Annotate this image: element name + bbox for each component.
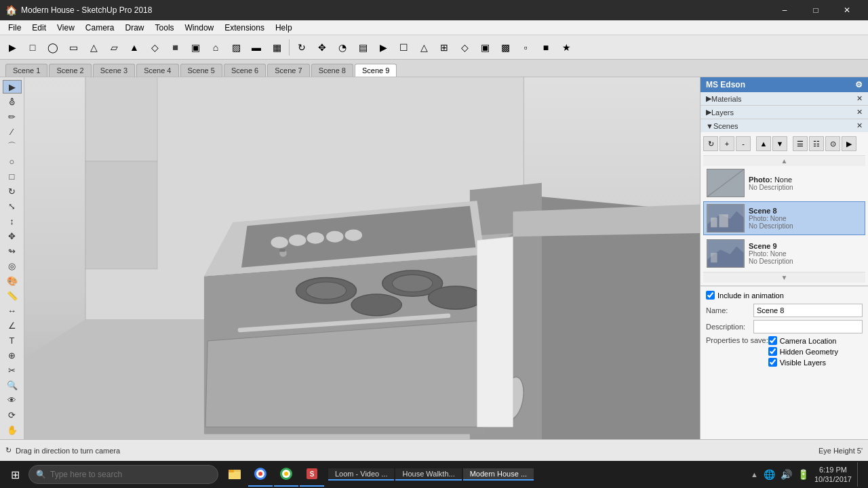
tab-scene3[interactable]: Scene 3 — [93, 64, 135, 77]
taskbar-search-box[interactable]: 🔍 — [28, 465, 218, 484]
scenes-section-header[interactable]: ▼ Scenes ✕ — [701, 119, 868, 132]
style-btn[interactable]: ■ — [536, 38, 555, 57]
pan-btn[interactable]: ✥ — [313, 38, 332, 57]
scene-item-photo[interactable]: Photo: None No Description — [703, 166, 865, 200]
visible-layers-label[interactable]: Visible Layers — [780, 359, 826, 367]
scene-item-8[interactable]: Scene 8 Photo: None No Description — [703, 201, 865, 235]
taskbar-search-input[interactable] — [50, 470, 186, 479]
tab-scene9[interactable]: Scene 9 — [355, 64, 397, 77]
pan2-btn[interactable]: ✋ — [3, 423, 22, 436]
walkthru-btn[interactable]: 👁 — [3, 393, 22, 407]
menu-window[interactable]: Window — [180, 22, 220, 34]
scene-down-btn[interactable]: ▼ — [772, 136, 787, 151]
panel-options-icon[interactable]: ⚙ — [855, 80, 863, 89]
pencil-btn[interactable]: ✏ — [3, 110, 22, 123]
top-btn[interactable]: ▣ — [475, 38, 494, 57]
menu-help[interactable]: Help — [270, 22, 298, 34]
lookaround-btn[interactable]: ☐ — [394, 38, 413, 57]
menu-extensions[interactable]: Extensions — [219, 22, 270, 34]
menu-view[interactable]: View — [52, 22, 80, 34]
walk-btn[interactable]: ▶ — [374, 38, 393, 57]
scroll-down-arrow[interactable]: ▼ — [703, 272, 865, 283]
menu-draw[interactable]: Draw — [120, 22, 150, 34]
taskbar-house-btn[interactable]: House Walkth... — [395, 468, 461, 481]
stairs-btn[interactable]: ▬ — [247, 38, 266, 57]
axis-btn[interactable]: ⊕ — [3, 348, 22, 362]
taskbar-loom-btn[interactable]: Loom - Video ... — [328, 468, 394, 481]
zoom2-btn[interactable]: 🔍 — [3, 378, 22, 392]
window-btn[interactable]: ▦ — [267, 38, 286, 57]
materials-section-header[interactable]: ▶ Materials ✕ — [701, 92, 868, 105]
tab-scene5[interactable]: Scene 5 — [180, 64, 222, 77]
tape-btn[interactable]: 📏 — [3, 289, 22, 302]
show-desktop[interactable] — [857, 462, 860, 487]
hidden-geometry-checkbox[interactable] — [768, 347, 777, 356]
select-btn[interactable]: ▶ — [3, 80, 22, 94]
zoom-btn[interactable]: ◔ — [333, 38, 352, 57]
start-menu-button[interactable]: ⊞ — [3, 462, 27, 487]
description-input[interactable] — [753, 320, 863, 333]
move-btn[interactable]: ✥ — [3, 229, 22, 243]
taskbar-file-explorer[interactable] — [222, 462, 247, 487]
fly-btn[interactable]: △ — [414, 38, 433, 57]
scene-details-btn[interactable]: ☰ — [793, 136, 808, 151]
pushpull2-btn[interactable]: ↕ — [3, 214, 22, 228]
menu-edit[interactable]: Edit — [26, 22, 52, 34]
text-btn[interactable]: T — [3, 333, 22, 347]
zoomext-btn[interactable]: ▤ — [353, 38, 372, 57]
taskbar-sketchup[interactable]: S — [300, 462, 324, 487]
diamond-btn[interactable]: ◇ — [145, 38, 164, 57]
line-btn[interactable]: ∕ — [3, 125, 22, 138]
front-btn[interactable]: ▩ — [496, 38, 515, 57]
add-scene-btn[interactable]: + — [719, 136, 734, 151]
include-animation-checkbox[interactable] — [706, 291, 715, 300]
minimize-button[interactable]: – — [769, 0, 800, 20]
orbit2-btn[interactable]: ⟳ — [3, 408, 22, 422]
tab-scene2[interactable]: Scene 2 — [49, 64, 91, 77]
circle-btn[interactable]: ◯ — [43, 38, 62, 57]
arc-btn[interactable]: ⌒ — [3, 140, 22, 153]
taskbar-loom-chrome[interactable] — [248, 462, 273, 487]
network-icon[interactable]: 🌐 — [764, 469, 775, 480]
scene-up-btn[interactable]: ▲ — [756, 136, 771, 151]
iso-btn[interactable]: ◇ — [455, 38, 474, 57]
cylinder-btn[interactable]: ▱ — [104, 38, 123, 57]
select-tool-btn[interactable]: ▶ — [3, 38, 22, 57]
battery-icon[interactable]: 🔋 — [797, 469, 809, 480]
tab-scene4[interactable]: Scene 4 — [136, 64, 178, 77]
volume-icon[interactable]: 🔊 — [781, 469, 792, 480]
hidden-geometry-label[interactable]: Hidden Geometry — [780, 348, 838, 356]
section-btn[interactable]: ✂ — [3, 363, 22, 377]
include-animation-label[interactable]: Include in animation — [717, 291, 784, 300]
group-btn[interactable]: ▣ — [186, 38, 205, 57]
tab-scene7[interactable]: Scene 7 — [267, 64, 309, 77]
rect2-btn[interactable]: □ — [3, 169, 22, 183]
tab-scene1[interactable]: Scene 1 — [5, 64, 47, 77]
triangle-btn[interactable]: △ — [84, 38, 103, 57]
tab-scene8[interactable]: Scene 8 — [311, 64, 353, 77]
show-hidden-icons[interactable]: ▲ — [751, 470, 758, 479]
maximize-button[interactable]: □ — [800, 0, 831, 20]
scene-item-9[interactable]: Scene 9 Photo: None No Description — [703, 237, 865, 270]
clock-display[interactable]: 6:19 PM 10/31/2017 — [814, 465, 852, 485]
scene-grid-btn[interactable]: ⊙ — [825, 136, 840, 151]
eraser-btn[interactable]: ⛢ — [3, 95, 22, 108]
visible-layers-checkbox[interactable] — [768, 358, 777, 367]
component-btn[interactable]: ◾ — [165, 38, 184, 57]
house-btn[interactable]: ⌂ — [206, 38, 225, 57]
scenes-close-icon[interactable]: ✕ — [856, 121, 863, 130]
push-pull-btn[interactable]: □ — [23, 38, 42, 57]
remove-scene-btn[interactable]: - — [736, 136, 751, 151]
camera-location-checkbox[interactable] — [768, 336, 777, 345]
layers-close-icon[interactable]: ✕ — [856, 108, 863, 117]
layers-section-header[interactable]: ▶ Layers ✕ — [701, 106, 868, 119]
protractor-btn[interactable]: ∠ — [3, 319, 22, 332]
orbit-btn[interactable]: ↻ — [292, 38, 311, 57]
materials-close-icon[interactable]: ✕ — [856, 94, 863, 103]
refresh-scenes-btn[interactable]: ↻ — [703, 136, 718, 151]
camera-location-label[interactable]: Camera Location — [780, 337, 837, 345]
door-btn[interactable]: ▨ — [226, 38, 245, 57]
sectionplane-btn[interactable]: ⊞ — [435, 38, 454, 57]
tab-scene6[interactable]: Scene 6 — [224, 64, 266, 77]
matpaint-btn[interactable]: ★ — [557, 38, 576, 57]
